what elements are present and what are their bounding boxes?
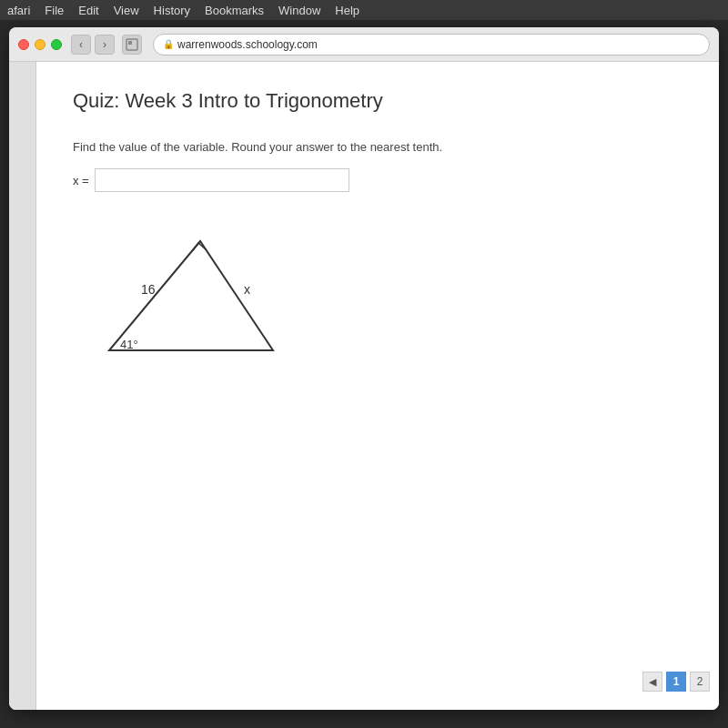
var-label: x = <box>73 174 89 187</box>
maximize-button[interactable] <box>51 39 62 50</box>
menu-help[interactable]: Help <box>335 4 359 17</box>
browser-content: Quiz: Week 3 Intro to Trigonometry Find … <box>9 62 719 710</box>
address-bar[interactable]: 🔒 warrenwoods.schoology.com <box>153 34 710 56</box>
menu-bar: afari File Edit View History Bookmarks W… <box>0 0 728 20</box>
menu-bookmarks[interactable]: Bookmarks <box>205 4 264 17</box>
svg-text:x: x <box>244 282 250 297</box>
answer-input[interactable] <box>95 168 349 192</box>
close-button[interactable] <box>18 39 29 50</box>
pagination: ◀ 1 2 <box>642 672 710 692</box>
tab-icon[interactable] <box>122 35 142 55</box>
sidebar <box>9 62 36 710</box>
menu-window[interactable]: Window <box>278 4 320 17</box>
traffic-lights <box>18 39 62 50</box>
page-1-button[interactable]: 1 <box>666 672 686 692</box>
lock-icon: 🔒 <box>163 39 174 49</box>
answer-row: x = <box>73 168 682 192</box>
outer-frame: afari File Edit View History Bookmarks W… <box>0 0 728 728</box>
forward-button[interactable]: › <box>95 35 115 55</box>
menu-history[interactable]: History <box>154 4 190 17</box>
main-content: Quiz: Week 3 Intro to Trigonometry Find … <box>36 62 719 710</box>
browser-chrome: ‹ › 🔒 warrenwoods.schoology.com <box>9 27 719 62</box>
svg-rect-1 <box>128 41 132 45</box>
triangle-area: 16 x 41° <box>91 214 682 372</box>
menu-edit[interactable]: Edit <box>78 4 98 17</box>
address-text: warrenwoods.schoology.com <box>177 38 318 51</box>
triangle-svg: 16 x 41° <box>91 214 291 369</box>
page-2-button[interactable]: 2 <box>690 672 710 692</box>
question-instruction: Find the value of the variable. Round yo… <box>73 140 682 154</box>
nav-buttons: ‹ › <box>71 35 115 55</box>
menu-safari[interactable]: afari <box>7 4 30 17</box>
back-button[interactable]: ‹ <box>71 35 91 55</box>
menu-view[interactable]: View <box>114 4 139 17</box>
svg-text:16: 16 <box>141 282 156 297</box>
browser-window: ‹ › 🔒 warrenwoods.schoology.com Quiz: We… <box>9 27 719 710</box>
svg-text:41°: 41° <box>120 338 138 351</box>
menu-file[interactable]: File <box>45 4 64 17</box>
page-title: Quiz: Week 3 Intro to Trigonometry <box>73 89 682 113</box>
prev-page-button[interactable]: ◀ <box>642 672 662 692</box>
minimize-button[interactable] <box>35 39 46 50</box>
